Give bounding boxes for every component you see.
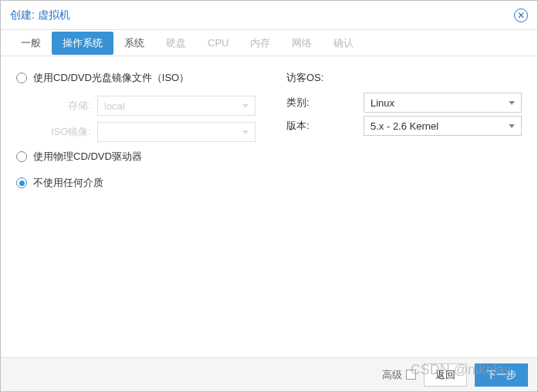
tab-general[interactable]: 一般 [10,32,52,55]
advanced-label: 高级 [382,368,402,382]
guest-version-select[interactable]: 5.x - 2.6 Kernel [364,116,522,136]
create-vm-dialog: 创建: 虚拟机 ✕ 一般 操作系统 系统 硬盘 CPU 内存 网络 确认 使用C… [0,0,538,392]
tab-network: 网络 [281,32,323,55]
guest-version-value: 5.x - 2.6 Kernel [371,120,438,132]
guest-version-label: 版本: [286,119,364,133]
wizard-tabs: 一般 操作系统 系统 硬盘 CPU 内存 网络 确认 [1,30,537,56]
radio-use-cdrom-label[interactable]: 使用物理CD/DVD驱动器 [33,150,142,164]
advanced-checkbox[interactable] [406,370,416,380]
guest-os-heading: 访客OS: [286,69,522,87]
close-icon[interactable]: ✕ [514,8,528,22]
chevron-down-icon [509,124,515,128]
next-button[interactable]: 下一步 [475,363,528,387]
dialog-header: 创建: 虚拟机 ✕ [1,1,537,30]
back-button[interactable]: 返回 [424,363,467,387]
storage-label: 存储: [16,99,97,113]
media-column: 使用CD/DVD光盘镜像文件（ISO） 存储: local ISO镜像: 使用物… [16,69,263,345]
chevron-down-icon [242,104,249,108]
storage-value: local [104,100,125,112]
tab-system[interactable]: 系统 [113,32,155,55]
chevron-down-icon [242,130,249,134]
tab-memory: 内存 [239,32,281,55]
storage-select: local [97,96,255,116]
radio-use-cdrom[interactable] [16,151,27,162]
tab-os[interactable]: 操作系统 [52,32,113,55]
radio-use-iso-label[interactable]: 使用CD/DVD光盘镜像文件（ISO） [33,71,189,85]
guest-type-value: Linux [371,97,394,109]
guest-os-column: 访客OS: 类别: Linux 版本: 5.x - 2.6 Kernel [263,69,522,345]
radio-use-iso[interactable] [16,73,27,83]
dialog-content: 使用CD/DVD光盘镜像文件（ISO） 存储: local ISO镜像: 使用物… [1,56,537,357]
tab-confirm: 确认 [323,32,364,55]
iso-image-label: ISO镜像: [16,125,97,139]
tab-cpu: CPU [197,32,239,53]
guest-type-select[interactable]: Linux [364,93,522,113]
dialog-footer: 高级 返回 下一步 [1,357,537,391]
advanced-toggle[interactable]: 高级 [382,368,416,382]
radio-no-media-label[interactable]: 不使用任何介质 [33,176,103,190]
tab-disk: 硬盘 [155,32,197,55]
radio-no-media[interactable] [16,177,27,188]
iso-image-select [97,122,255,142]
guest-type-label: 类别: [286,96,364,110]
chevron-down-icon [509,101,515,105]
dialog-title: 创建: 虚拟机 [10,8,70,22]
